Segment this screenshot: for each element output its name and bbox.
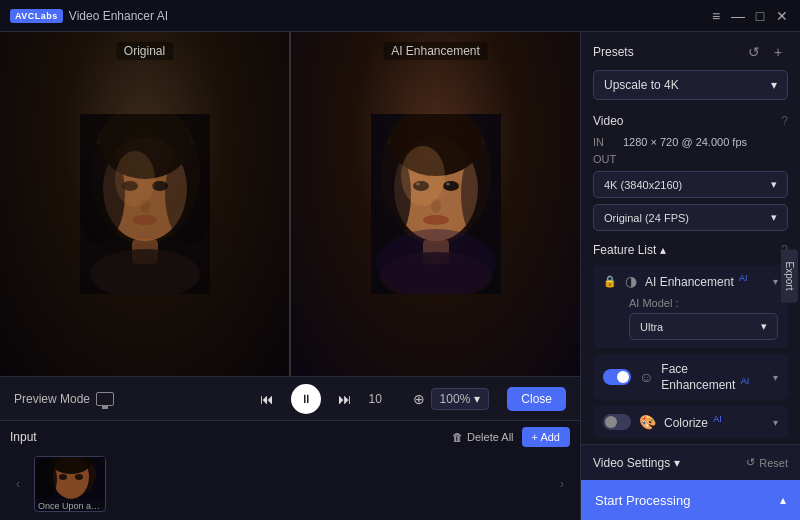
- ai-model-select[interactable]: Ultra ▾: [629, 313, 778, 340]
- original-face: [80, 114, 210, 294]
- reset-button[interactable]: ↺ Reset: [746, 456, 788, 469]
- resolution-selected: 4K (3840x2160): [604, 179, 682, 191]
- original-video-panel: Original: [0, 32, 289, 376]
- enhancement-label: AI Enhancement: [383, 42, 488, 60]
- controls-bar: Preview Mode ⏮ ⏸ ⏭ 10 ⊕ 100% ▾: [0, 376, 580, 420]
- face-enhancement-icon: ☺: [639, 369, 653, 385]
- video-in-row: IN 1280 × 720 @ 24.000 fps: [593, 136, 788, 148]
- svg-point-27: [401, 146, 445, 206]
- video-section-header: Video ?: [593, 114, 788, 128]
- add-preset-icon[interactable]: +: [768, 42, 788, 62]
- right-panel: Export Presets ↺ + Upscale to 4K ▾: [580, 32, 800, 520]
- fps-chevron-icon: ▾: [771, 211, 777, 224]
- skip-forward-button[interactable]: ⏭: [333, 387, 357, 411]
- start-processing-expand-icon: ▴: [780, 493, 786, 507]
- presets-section-header: Presets ↺ +: [593, 42, 788, 62]
- svg-point-12: [115, 151, 155, 207]
- video-in-value: 1280 × 720 @ 24.000 fps: [623, 136, 747, 148]
- titlebar: AVCLabs Video Enhancer AI ≡ — □ ✕: [0, 0, 800, 32]
- feature-list-label: Feature List: [593, 243, 656, 257]
- presets-title: Presets: [593, 45, 634, 59]
- ai-enhancement-icon: ◑: [625, 273, 637, 289]
- svg-point-9: [133, 215, 157, 225]
- face-enhancement-expand-icon[interactable]: ▾: [773, 372, 778, 383]
- left-panel: Original: [0, 32, 580, 520]
- face-enhancement-toggle[interactable]: [603, 369, 631, 385]
- original-canvas: [0, 32, 289, 376]
- window-controls: ≡ — □ ✕: [708, 8, 790, 24]
- feature-item-face-enhancement: ☺ Face Enhancement AI ▾: [593, 354, 788, 400]
- resolution-select-row: 4K (3840x2160) ▾: [593, 171, 788, 198]
- zoom-chevron-icon: ▾: [474, 392, 480, 406]
- video-info-icon[interactable]: ?: [781, 114, 788, 128]
- colorize-toggle[interactable]: [603, 414, 631, 430]
- thumbnail-title: Once Upon a Time in ...: [35, 499, 105, 512]
- zoom-controls: ⊕ 100% ▾: [413, 388, 490, 410]
- ai-enhancement-header: 🔒 ◑ AI Enhancement AI ▾: [593, 265, 788, 297]
- zoom-label: 100%: [440, 392, 471, 406]
- ai-enhancement-lock-icon: 🔒: [603, 275, 617, 288]
- ai-enhancement-name: AI Enhancement AI: [645, 273, 765, 289]
- export-tab[interactable]: Export: [781, 250, 798, 303]
- frame-counter: 10: [369, 392, 393, 406]
- feature-list-title: Feature List ▴: [593, 243, 666, 257]
- start-processing-bar[interactable]: Start Processing ▴: [581, 480, 800, 520]
- feature-list-collapse-icon[interactable]: ▴: [660, 243, 666, 257]
- enhanced-video-panel: AI Enhancement: [291, 32, 580, 376]
- app-logo: AVCLabs Video Enhancer AI: [10, 9, 168, 23]
- thumbnail-face: [35, 457, 105, 499]
- thumbnail-item[interactable]: Once Upon a Time in ...: [34, 456, 106, 512]
- fps-select[interactable]: Original (24 FPS) ▾: [593, 204, 788, 231]
- video-settings-chevron-icon[interactable]: ▾: [674, 456, 680, 470]
- close-preview-button[interactable]: Close: [507, 387, 566, 411]
- ai-model-selected: Ultra: [640, 321, 663, 333]
- ai-enhancement-expand-icon[interactable]: ▾: [773, 276, 778, 287]
- zoom-dropdown[interactable]: 100% ▾: [431, 388, 490, 410]
- video-divider: [289, 32, 291, 376]
- preset-dropdown[interactable]: Upscale to 4K ▾: [593, 70, 788, 100]
- add-button[interactable]: + Add: [522, 427, 570, 447]
- video-section-title: Video: [593, 114, 623, 128]
- refresh-presets-icon[interactable]: ↺: [748, 44, 760, 60]
- scroll-right-arrow[interactable]: ›: [554, 464, 570, 504]
- close-window-button[interactable]: ✕: [774, 8, 790, 24]
- colorize-header: 🎨 Colorize AI ▾: [593, 406, 788, 438]
- skip-back-button[interactable]: ⏮: [255, 387, 279, 411]
- video-out-label: OUT: [593, 153, 623, 165]
- fps-selected: Original (24 FPS): [604, 212, 689, 224]
- video-settings-title: Video Settings ▾: [593, 456, 680, 470]
- input-scroll-area: ‹: [10, 453, 570, 515]
- resolution-select[interactable]: 4K (3840x2160) ▾: [593, 171, 788, 198]
- svg-point-34: [59, 474, 67, 480]
- titlebar-left: AVCLabs Video Enhancer AI: [10, 9, 168, 23]
- scroll-left-arrow[interactable]: ‹: [10, 464, 26, 504]
- video-in-label: IN: [593, 136, 623, 148]
- thumbnail-list: Once Upon a Time in ...: [34, 456, 546, 512]
- svg-point-35: [75, 474, 83, 480]
- ai-badge-1: AI: [739, 273, 748, 283]
- enhanced-face: [371, 114, 501, 294]
- delete-all-button[interactable]: 🗑 Delete All: [452, 431, 513, 443]
- input-area: Input 🗑 Delete All + Add ‹: [0, 420, 580, 520]
- presets-actions: ↺ +: [748, 42, 788, 62]
- resolution-chevron-icon: ▾: [771, 178, 777, 191]
- svg-point-20: [443, 181, 459, 191]
- video-settings-bar: Video Settings ▾ ↺ Reset: [581, 444, 800, 480]
- colorize-expand-icon[interactable]: ▾: [773, 417, 778, 428]
- reset-label: Reset: [759, 457, 788, 469]
- hamburger-icon[interactable]: ≡: [708, 8, 724, 24]
- zoom-icon[interactable]: ⊕: [413, 391, 425, 407]
- transport-controls: ⏮ ⏸ ⏭ 10: [255, 384, 393, 414]
- reset-icon: ↺: [746, 456, 755, 469]
- feature-item-ai-enhancement: 🔒 ◑ AI Enhancement AI ▾ AI Model : Ultra…: [593, 265, 788, 348]
- preview-mode-text: Preview Mode: [14, 392, 90, 406]
- preview-mode: Preview Mode: [14, 392, 114, 406]
- ai-badge-2: AI: [741, 376, 750, 386]
- minimize-button[interactable]: —: [730, 8, 746, 24]
- maximize-button[interactable]: □: [752, 8, 768, 24]
- original-label: Original: [116, 42, 173, 60]
- video-section: Video ? IN 1280 × 720 @ 24.000 fps OUT 4…: [593, 114, 788, 231]
- start-processing-label: Start Processing: [595, 493, 690, 508]
- fps-select-row: Original (24 FPS) ▾: [593, 204, 788, 231]
- pause-button[interactable]: ⏸: [291, 384, 321, 414]
